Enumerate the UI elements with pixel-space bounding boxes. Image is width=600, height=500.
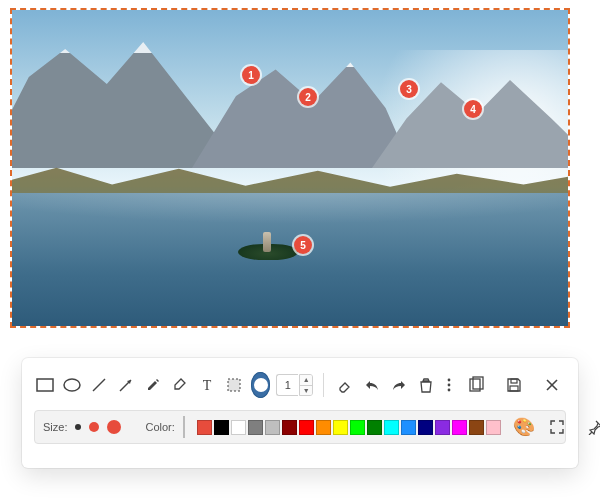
ellipse-tool[interactable]	[61, 371, 82, 399]
highlighter-tool[interactable]	[169, 371, 190, 399]
counter-step-down[interactable]: ▼	[300, 386, 312, 396]
size-large[interactable]	[107, 420, 121, 434]
number-counter: 1 ▲ ▼	[276, 373, 313, 397]
separator	[323, 373, 324, 397]
size-medium[interactable]	[89, 422, 99, 432]
arrow-tool[interactable]	[115, 371, 136, 399]
svg-point-1	[64, 379, 80, 391]
swatch[interactable]	[282, 420, 297, 435]
island	[238, 228, 298, 266]
size-picker	[75, 420, 121, 434]
annotation-toolbar: T 1 ▲ ▼	[22, 358, 578, 468]
current-color[interactable]	[183, 416, 185, 438]
swatch[interactable]	[469, 420, 484, 435]
swatch[interactable]	[367, 420, 382, 435]
svg-point-9	[448, 379, 451, 382]
size-label: Size:	[43, 421, 67, 433]
swatch[interactable]	[350, 420, 365, 435]
color-label: Color:	[145, 421, 174, 433]
annotation-marker-2[interactable]: 2	[299, 88, 317, 106]
close-button[interactable]	[538, 371, 566, 399]
tools-row: T 1 ▲ ▼	[34, 368, 566, 402]
number-counter-stepper: ▲ ▼	[299, 374, 313, 396]
undo-button[interactable]	[361, 371, 382, 399]
copy-button[interactable]	[462, 371, 490, 399]
svg-point-10	[448, 384, 451, 387]
output-actions	[462, 371, 566, 399]
captured-image	[12, 10, 568, 326]
size-small[interactable]	[75, 424, 81, 430]
line-tool[interactable]	[88, 371, 109, 399]
swatch[interactable]	[384, 420, 399, 435]
fullscreen-button[interactable]	[543, 413, 571, 441]
color-swatches	[197, 420, 501, 435]
color-picker-icon[interactable]: 🎨	[509, 418, 535, 436]
style-row: Size: Color:	[34, 410, 566, 444]
pin-button[interactable]	[581, 413, 600, 441]
pen-tool[interactable]	[142, 371, 163, 399]
swatch[interactable]	[401, 420, 416, 435]
redo-button[interactable]	[388, 371, 409, 399]
annotation-marker-1[interactable]: 1	[242, 66, 260, 84]
svg-point-11	[448, 389, 451, 392]
swatch[interactable]	[231, 420, 246, 435]
svg-rect-0	[37, 379, 53, 391]
counter-step-up[interactable]: ▲	[300, 375, 312, 386]
swatch[interactable]	[486, 420, 501, 435]
eraser-tool[interactable]	[334, 371, 355, 399]
annotation-marker-4[interactable]: 4	[464, 100, 482, 118]
swatch[interactable]	[452, 420, 467, 435]
swatch[interactable]	[248, 420, 263, 435]
window-actions	[543, 413, 600, 441]
svg-rect-15	[510, 386, 518, 391]
blur-tool[interactable]	[224, 371, 245, 399]
swatch[interactable]	[265, 420, 280, 435]
swatch[interactable]	[435, 420, 450, 435]
svg-point-8	[258, 382, 264, 388]
swatch[interactable]	[316, 420, 331, 435]
swatch[interactable]	[214, 420, 229, 435]
swatch[interactable]	[333, 420, 348, 435]
number-tool[interactable]	[251, 372, 271, 398]
capture-selection[interactable]: 1 2 3 4 5	[10, 8, 570, 328]
more-options[interactable]	[442, 371, 456, 399]
swatch[interactable]	[418, 420, 433, 435]
number-counter-value[interactable]: 1	[276, 374, 298, 396]
save-button[interactable]	[500, 371, 528, 399]
swatch[interactable]	[299, 420, 314, 435]
svg-rect-5	[228, 379, 240, 391]
text-tool[interactable]: T	[197, 371, 218, 399]
swatch[interactable]	[197, 420, 212, 435]
svg-line-2	[93, 379, 105, 391]
delete-button[interactable]	[415, 371, 436, 399]
rectangle-tool[interactable]	[34, 371, 55, 399]
annotation-marker-5[interactable]: 5	[294, 236, 312, 254]
annotation-marker-3[interactable]: 3	[400, 80, 418, 98]
svg-text:T: T	[203, 378, 212, 392]
